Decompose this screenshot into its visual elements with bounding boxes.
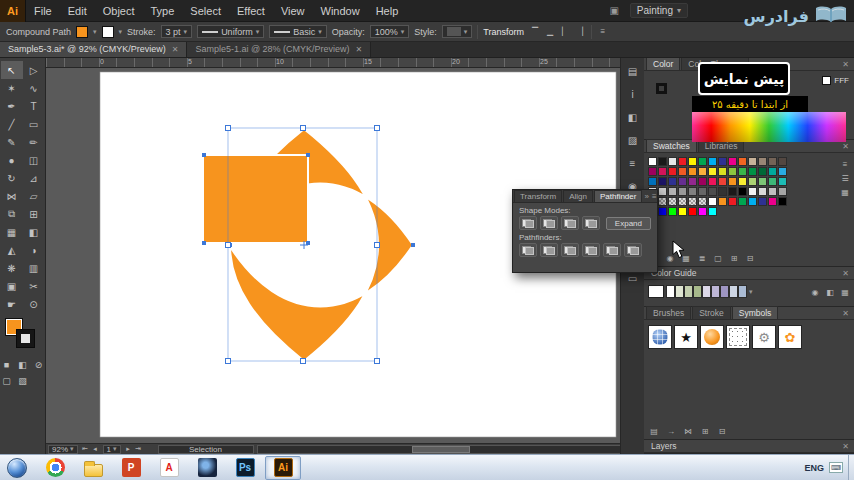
swatch[interactable] xyxy=(718,157,727,166)
close-icon[interactable]: ✕ xyxy=(839,60,852,70)
intersect-button[interactable] xyxy=(561,216,579,230)
transform-link[interactable]: Transform xyxy=(483,27,524,37)
document-tab[interactable]: Sample5-1.ai @ 28% (CMYK/Preview)✕ xyxy=(187,41,371,57)
swatch[interactable] xyxy=(768,187,777,196)
swatch[interactable] xyxy=(668,207,677,216)
line-segment-tool[interactable]: ╱ xyxy=(1,115,23,133)
powerpoint-taskbar-icon[interactable]: P xyxy=(113,456,149,480)
gradient-tool[interactable]: ◧ xyxy=(23,223,45,241)
tab-color[interactable]: Color xyxy=(646,57,680,70)
color-guide-swatch[interactable] xyxy=(738,285,747,298)
flower-symbol[interactable]: ✿ xyxy=(778,325,802,349)
align-top-icon[interactable]: ▔ xyxy=(529,26,541,38)
swatch[interactable] xyxy=(728,197,737,206)
color-guide-swatch[interactable] xyxy=(666,285,675,298)
starburst-symbol[interactable]: ★ xyxy=(674,325,698,349)
swatch[interactable] xyxy=(708,197,717,206)
column-graph-tool[interactable]: ▥ xyxy=(23,259,45,277)
swatch[interactable] xyxy=(728,187,737,196)
swatch[interactable] xyxy=(668,167,677,176)
illustrator-taskbar-icon[interactable]: Ai xyxy=(265,456,301,480)
swatch[interactable] xyxy=(648,157,657,166)
swatch[interactable] xyxy=(728,157,737,166)
arrange-documents-icon[interactable]: ▣ xyxy=(606,5,621,16)
fill-color-swatch[interactable] xyxy=(76,26,88,38)
width-profile-select[interactable]: Uniform ▾ xyxy=(197,25,264,38)
large-list-view-button[interactable]: ☰ xyxy=(839,172,851,184)
menu-object[interactable]: Object xyxy=(95,0,143,22)
chevron-down-icon[interactable]: ▾ xyxy=(749,288,753,296)
swatch[interactable] xyxy=(668,197,677,206)
swatch[interactable] xyxy=(708,207,717,216)
color-guide-swatch[interactable] xyxy=(684,285,693,298)
color-guide-swatch[interactable] xyxy=(720,285,729,298)
swatch[interactable] xyxy=(748,177,757,186)
keyboard-icon[interactable]: ⌨ xyxy=(829,462,843,473)
swatch[interactable] xyxy=(718,197,727,206)
stroke-color-chip[interactable] xyxy=(17,330,34,347)
swatch[interactable] xyxy=(778,197,787,206)
swatch[interactable] xyxy=(678,177,687,186)
swatch[interactable] xyxy=(728,167,737,176)
close-icon[interactable]: ✕ xyxy=(172,45,179,54)
swatch[interactable] xyxy=(688,157,697,166)
next-artboard-button[interactable]: ▸ xyxy=(124,445,133,454)
menu-effect[interactable]: Effect xyxy=(229,0,273,22)
symbol-sprayer-tool[interactable]: ❋ xyxy=(1,259,23,277)
stroke-panel-icon[interactable]: ≡ xyxy=(623,153,643,173)
unite-button[interactable] xyxy=(519,216,537,230)
swatch[interactable] xyxy=(748,197,757,206)
expand-button[interactable]: Expand xyxy=(606,217,651,230)
close-icon[interactable]: ✕ xyxy=(839,269,852,279)
tab-align[interactable]: Align xyxy=(563,190,593,202)
artboard-number-select[interactable]: 1 ▾ xyxy=(103,445,121,454)
swatch[interactable] xyxy=(658,187,667,196)
tab-stroke[interactable]: Stroke xyxy=(692,306,731,319)
color-panel-icon[interactable]: ▤ xyxy=(623,61,643,81)
swatch[interactable] xyxy=(688,207,697,216)
swatch[interactable] xyxy=(678,197,687,206)
swatch[interactable] xyxy=(758,157,767,166)
type-tool[interactable]: T xyxy=(23,97,45,115)
previous-artboard-button[interactable]: ◂ xyxy=(91,445,100,454)
swatch[interactable] xyxy=(748,157,757,166)
color-guide-swatch[interactable] xyxy=(693,285,702,298)
gradient-mode-button[interactable]: ◧ xyxy=(16,358,30,372)
screen-mode-button[interactable]: ▧ xyxy=(16,374,30,388)
close-icon[interactable]: ✕ xyxy=(839,309,852,319)
horizontal-ruler[interactable]: 0510152025 xyxy=(46,58,666,68)
limit-colors-button[interactable]: ◉ xyxy=(809,286,821,298)
magic-wand-tool[interactable]: ✶ xyxy=(1,79,23,97)
zoom-tool[interactable]: ⊙ xyxy=(23,295,45,313)
swatch[interactable] xyxy=(658,197,667,206)
swatch[interactable] xyxy=(698,207,707,216)
rectangle-tool[interactable]: ▭ xyxy=(23,115,45,133)
swatch[interactable] xyxy=(728,177,737,186)
swatch[interactable] xyxy=(778,187,787,196)
swatch[interactable] xyxy=(658,167,667,176)
perspective-grid-tool[interactable]: ⊞ xyxy=(23,205,45,223)
transparency-panel-icon[interactable]: ▨ xyxy=(623,130,643,150)
align-left-icon[interactable]: ▏ xyxy=(559,26,571,38)
eyedropper-tool[interactable]: ◭ xyxy=(1,241,23,259)
color-guide-swatch[interactable] xyxy=(675,285,684,298)
tab-symbols[interactable]: Symbols xyxy=(732,306,779,319)
panel-menu-icon[interactable]: ≡ xyxy=(597,26,609,38)
paintbrush-tool[interactable]: ✎ xyxy=(1,133,23,151)
workspace-switcher[interactable]: Painting ▾ xyxy=(630,3,688,18)
swatch[interactable] xyxy=(758,177,767,186)
minus-front-button[interactable] xyxy=(540,216,558,230)
small-list-view-button[interactable]: ≡ xyxy=(839,158,851,170)
menu-edit[interactable]: Edit xyxy=(60,0,95,22)
color-guide-swatch[interactable] xyxy=(711,285,720,298)
chrome-taskbar-icon[interactable] xyxy=(37,456,73,480)
hex-value[interactable]: FFF xyxy=(834,76,849,85)
new-symbol-button[interactable]: ⊞ xyxy=(699,425,711,437)
swatch[interactable] xyxy=(758,197,767,206)
swatch[interactable] xyxy=(768,157,777,166)
color-mode-button[interactable]: ■ xyxy=(0,358,14,372)
tab-transform[interactable]: Transform xyxy=(514,190,562,202)
panel-menu-icon[interactable]: ≡ xyxy=(652,192,657,201)
swatch-options-button[interactable]: ≣ xyxy=(696,252,708,264)
swatch[interactable] xyxy=(768,167,777,176)
